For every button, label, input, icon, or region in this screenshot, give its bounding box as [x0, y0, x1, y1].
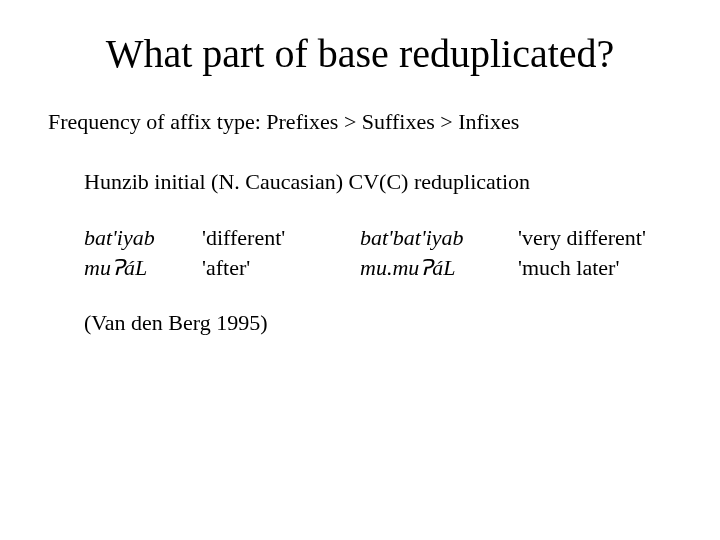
example-block: Hunzib initial (N. Caucasian) CV(C) redu…: [48, 169, 672, 336]
reduplicated-form: mu.muɁáL: [360, 253, 518, 283]
reduplicated-form: bat'bat'iyab: [360, 223, 518, 253]
table-row: muɁáL 'after' mu.muɁáL 'much later': [84, 253, 646, 283]
citation: (Van den Berg 1995): [84, 310, 672, 336]
base-form: muɁáL: [84, 253, 202, 283]
reduplicated-gloss: 'very different': [518, 223, 646, 253]
examples-table: bat'iyab 'different' bat'bat'iyab 'very …: [84, 223, 646, 282]
slide: What part of base reduplicated? Frequenc…: [0, 0, 720, 540]
frequency-line: Frequency of affix type: Prefixes > Suff…: [48, 109, 672, 135]
example-heading: Hunzib initial (N. Caucasian) CV(C) redu…: [84, 169, 672, 195]
reduplicated-gloss: 'much later': [518, 253, 646, 283]
slide-title: What part of base reduplicated?: [48, 30, 672, 77]
base-gloss: 'different': [202, 223, 360, 253]
base-form: bat'iyab: [84, 223, 202, 253]
table-row: bat'iyab 'different' bat'bat'iyab 'very …: [84, 223, 646, 253]
base-gloss: 'after': [202, 253, 360, 283]
